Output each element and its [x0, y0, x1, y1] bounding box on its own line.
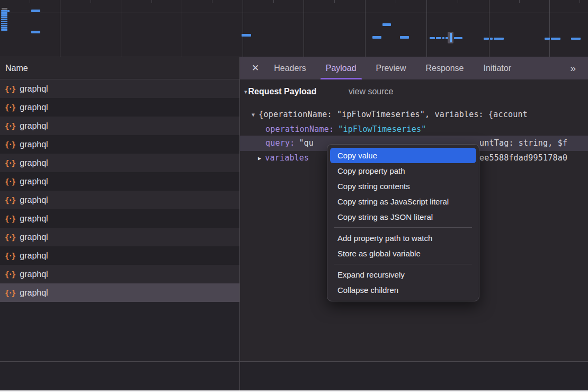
tree-row-variables-right-fragment: ee5588fdad995178a0 — [479, 150, 567, 165]
view-source-link[interactable]: view source — [349, 87, 393, 96]
timeline-request-bar — [1, 16, 7, 18]
network-request-row[interactable]: {·}graphql — [0, 228, 239, 246]
timeline-tick — [519, 0, 520, 3]
property-value: "ipFlowTimeseries" — [338, 124, 426, 134]
menu-item-copy-value[interactable]: Copy value — [330, 148, 476, 163]
request-name-label: graphql — [20, 270, 48, 279]
more-tabs-icon[interactable]: » — [570, 63, 576, 74]
menu-separator — [334, 264, 472, 264]
property-key: query: — [265, 138, 295, 148]
timeline-gridline — [60, 0, 60, 57]
property-value-fragment: "qu — [299, 138, 314, 148]
timeline-request-bar — [242, 34, 251, 37]
menu-item-collapse-children[interactable]: Collapse children — [330, 282, 476, 298]
collapsed-triangle-icon[interactable]: ▶ — [258, 155, 261, 161]
tab-headers[interactable]: Headers — [274, 57, 306, 79]
property-key: variables — [265, 153, 309, 163]
timeline-request-bar — [382, 23, 391, 26]
timeline-gridline — [489, 0, 489, 57]
request-name-label: graphql — [20, 288, 48, 298]
timeline-request-bar — [31, 31, 40, 33]
timeline-request-bar — [1, 19, 7, 20]
request-name-label: graphql — [20, 121, 48, 131]
json-braces-icon: {·} — [5, 233, 15, 242]
timeline-request-bar — [372, 36, 381, 39]
menu-item-copy-string-contents[interactable]: Copy string contents — [330, 179, 476, 194]
timeline-gridline — [304, 0, 304, 57]
network-request-row[interactable]: {·}graphql — [0, 98, 239, 117]
menu-item-store-as-global-variable[interactable]: Store as global variable — [330, 246, 476, 261]
network-request-row[interactable]: {·}graphql — [0, 265, 239, 283]
json-braces-icon: {·} — [5, 103, 15, 112]
network-request-row[interactable]: {·}graphql — [0, 283, 239, 302]
timeline-request-bar — [551, 38, 560, 40]
json-braces-icon: {·} — [5, 270, 15, 279]
tab-initiator[interactable]: Initiator — [484, 57, 511, 79]
tree-row-root[interactable]: ▼ {operationName: "ipFlowTimeseries", va… — [252, 107, 528, 122]
tree-row-query-right-fragment: untTag: string, $f — [479, 136, 567, 150]
timeline-tick — [30, 0, 30, 3]
json-braces-icon: {·} — [5, 177, 15, 186]
menu-item-copy-string-as-javascript-literal[interactable]: Copy string as JavaScript literal — [330, 194, 476, 209]
tab-response[interactable]: Response — [425, 57, 464, 79]
network-request-row[interactable]: {·}graphql — [0, 117, 239, 135]
timeline-tick — [334, 0, 335, 3]
close-icon[interactable]: ✕ — [252, 63, 259, 74]
tree-row-query[interactable]: query: "qu — [265, 136, 314, 150]
network-request-row[interactable]: {·}graphql — [0, 135, 239, 154]
network-request-row[interactable]: {·}graphql — [0, 191, 239, 209]
request-payload-section[interactable]: ▾ Request Payload — [244, 87, 316, 96]
network-request-row[interactable]: {·}graphql — [0, 209, 239, 228]
name-column-header-label: Name — [5, 64, 28, 73]
timeline-request-bar — [1, 29, 7, 31]
network-request-list: {·}graphql{·}graphql{·}graphql{·}graphql… — [0, 79, 239, 302]
json-braces-icon: {·} — [5, 289, 15, 297]
menu-item-add-property-path-to-watch[interactable]: Add property path to watch — [330, 230, 476, 246]
timeline-gridline — [182, 0, 182, 57]
network-overview-timeline[interactable] — [0, 0, 588, 57]
section-title: Request Payload — [248, 87, 317, 96]
timeline-request-bar — [484, 38, 489, 40]
menu-item-expand-recursively[interactable]: Expand recursively — [330, 267, 476, 282]
json-braces-icon: {·} — [5, 85, 15, 93]
network-request-row[interactable]: {·}graphql — [0, 154, 239, 172]
root-object-preview: {operationName: "ipFlowTimeseries", vari… — [259, 110, 528, 119]
request-name-label: graphql — [20, 214, 48, 224]
tab-payload[interactable]: Payload — [326, 57, 357, 79]
timeline-request-bar — [1, 10, 7, 12]
request-name-label: graphql — [20, 177, 48, 186]
request-name-label: graphql — [20, 251, 48, 261]
section-collapse-triangle-icon[interactable]: ▾ — [244, 88, 247, 95]
json-braces-icon: {·} — [5, 122, 15, 130]
network-request-row[interactable]: {·}graphql — [0, 172, 239, 191]
timeline-request-bar — [1, 21, 7, 22]
timeline-gridline — [426, 0, 427, 57]
timeline-lane-divider — [0, 13, 588, 13]
timeline-request-bar — [7, 10, 10, 12]
network-request-row[interactable]: {·}graphql — [0, 79, 239, 98]
footer-divider — [0, 361, 588, 362]
tree-row-operation-name[interactable]: operationName: "ipFlowTimeseries" — [265, 122, 426, 137]
request-name-label: graphql — [20, 140, 48, 149]
timeline-tick — [273, 0, 274, 3]
panel-split-divider[interactable] — [239, 57, 240, 392]
json-braces-icon: {·} — [5, 140, 15, 149]
property-key: operationName: — [265, 124, 334, 134]
name-column-header[interactable]: Name — [0, 57, 240, 79]
request-name-label: graphql — [20, 233, 48, 242]
tab-preview[interactable]: Preview — [376, 57, 406, 79]
timeline-tick — [396, 0, 396, 3]
network-request-row[interactable]: {·}graphql — [0, 246, 239, 265]
details-tab-bar: ✕ HeadersPayloadPreviewResponseInitiator… — [240, 57, 588, 79]
timeline-request-bar — [442, 37, 444, 39]
expanded-triangle-icon[interactable]: ▼ — [252, 112, 255, 118]
menu-item-copy-string-as-json-literal[interactable]: Copy string as JSON literal — [330, 209, 476, 225]
timeline-tick — [580, 0, 580, 3]
menu-item-copy-property-path[interactable]: Copy property path — [330, 163, 476, 179]
tree-row-variables[interactable]: ▶ variables — [258, 150, 309, 165]
timeline-request-bar — [571, 38, 581, 40]
timeline-request-bar — [545, 38, 550, 40]
timeline-tick — [212, 0, 212, 3]
timeline-request-bar — [1, 14, 7, 16]
timeline-gridline — [243, 0, 243, 57]
